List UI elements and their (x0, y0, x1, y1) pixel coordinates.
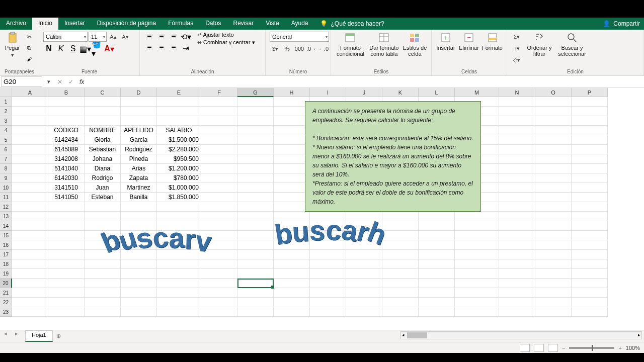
cell-A2[interactable] (12, 107, 48, 116)
cell-D13[interactable] (121, 212, 157, 221)
indent-icon[interactable]: ⇥ (180, 43, 191, 53)
cell-N19[interactable] (499, 269, 535, 279)
insert-button[interactable]: +Insertar (436, 32, 456, 51)
cell-A23[interactable] (12, 307, 48, 317)
cell-M21[interactable] (455, 288, 499, 298)
sheet-tab[interactable]: Hoja1 (25, 330, 53, 342)
cell-J23[interactable] (346, 307, 382, 317)
cell-E13[interactable] (157, 212, 201, 221)
cell-G1[interactable] (237, 97, 274, 107)
format-as-table-button[interactable]: Dar formato como tabla (369, 32, 399, 57)
cell-K20[interactable] (382, 279, 419, 288)
cell-B10[interactable]: 3141510 (48, 183, 85, 193)
cell-A13[interactable] (12, 212, 48, 221)
cell-G20[interactable] (237, 279, 274, 288)
cell-F22[interactable] (201, 298, 237, 307)
col-header-I[interactable]: I (310, 88, 346, 97)
ribbon-tab-datos[interactable]: Datos (199, 18, 227, 30)
cell-F7[interactable] (201, 154, 237, 164)
cell-B3[interactable] (48, 116, 85, 126)
ribbon-tab-fórmulas[interactable]: Fórmulas (162, 18, 199, 30)
namebox-dropdown-icon[interactable]: ▾ (43, 77, 54, 87)
row-header-13[interactable]: 13 (0, 212, 12, 221)
cell-N8[interactable] (499, 164, 535, 173)
cell-G6[interactable] (237, 145, 274, 154)
autosum-icon[interactable]: Σ▾ (511, 32, 522, 42)
cell-L18[interactable] (419, 259, 455, 269)
cell-G2[interactable] (237, 107, 274, 116)
cell-N14[interactable] (499, 221, 535, 231)
cell-E8[interactable]: $1.200.000 (157, 164, 201, 173)
cell-M14[interactable] (455, 221, 499, 231)
number-format-select[interactable]: General (270, 32, 329, 42)
cell-G12[interactable] (237, 202, 274, 212)
row-header-14[interactable]: 14 (0, 221, 12, 231)
increase-font-icon[interactable]: A▴ (108, 32, 119, 42)
cell-A5[interactable] (12, 135, 48, 145)
cell-M15[interactable] (455, 231, 499, 240)
cell-G5[interactable] (237, 135, 274, 145)
cell-E11[interactable]: $1.850.000 (157, 193, 201, 202)
cell-A4[interactable] (12, 126, 48, 135)
cell-L15[interactable] (419, 231, 455, 240)
wordart-buscarv[interactable]: buscarv (101, 221, 212, 254)
zoom-out-button[interactable]: − (562, 345, 565, 351)
cell-D4[interactable]: APELLIDO (121, 126, 157, 135)
cell-B6[interactable]: 6145089 (48, 145, 85, 154)
cell-L14[interactable] (419, 221, 455, 231)
cell-P18[interactable] (572, 259, 608, 269)
cell-N5[interactable] (499, 135, 535, 145)
cell-O10[interactable] (535, 183, 572, 193)
cell-A18[interactable] (12, 259, 48, 269)
cell-C6[interactable]: Sebastian (85, 145, 121, 154)
cell-G10[interactable] (237, 183, 274, 193)
cell-A17[interactable] (12, 250, 48, 259)
row-header-3[interactable]: 3 (0, 116, 12, 126)
cell-O11[interactable] (535, 193, 572, 202)
row-header-20[interactable]: 20 (0, 279, 12, 288)
cell-E21[interactable] (157, 288, 201, 298)
cell-M23[interactable] (455, 307, 499, 317)
cell-E22[interactable] (157, 298, 201, 307)
cell-B16[interactable] (48, 240, 85, 250)
cell-E3[interactable] (157, 116, 201, 126)
cell-M22[interactable] (455, 298, 499, 307)
underline-button[interactable]: S (67, 44, 78, 54)
normal-view-icon[interactable] (520, 344, 530, 352)
col-header-K[interactable]: K (382, 88, 419, 97)
cell-I22[interactable] (310, 298, 346, 307)
cell-J18[interactable] (346, 259, 382, 269)
percent-icon[interactable]: % (282, 44, 293, 54)
cell-F23[interactable] (201, 307, 237, 317)
cell-B7[interactable]: 3142008 (48, 154, 85, 164)
format-button[interactable]: Formato (482, 32, 503, 51)
instructions-callout[interactable]: A continuación se presenta la nómina de … (305, 101, 481, 212)
zoom-slider[interactable] (569, 347, 614, 349)
col-header-L[interactable]: L (419, 88, 455, 97)
cell-J22[interactable] (346, 298, 382, 307)
cell-D10[interactable]: Martinez (121, 183, 157, 193)
cell-B21[interactable] (48, 288, 85, 298)
cell-D5[interactable]: Garcia (121, 135, 157, 145)
cell-O5[interactable] (535, 135, 572, 145)
conditional-format-button[interactable]: Formato condicional (335, 32, 366, 57)
col-header-N[interactable]: N (499, 88, 535, 97)
cell-F3[interactable] (201, 116, 237, 126)
cell-B2[interactable] (48, 107, 85, 116)
cell-K15[interactable] (382, 231, 419, 240)
cell-P8[interactable] (572, 164, 608, 173)
cell-E19[interactable] (157, 269, 201, 279)
cell-B18[interactable] (48, 259, 85, 269)
col-header-H[interactable]: H (274, 88, 310, 97)
cell-B20[interactable] (48, 279, 85, 288)
cell-N2[interactable] (499, 107, 535, 116)
fill-color-icon[interactable]: 🪣▾ (92, 44, 103, 54)
row-header-18[interactable]: 18 (0, 259, 12, 269)
cell-H22[interactable] (274, 298, 310, 307)
format-painter-icon[interactable]: 🖌 (24, 54, 35, 64)
cell-N1[interactable] (499, 97, 535, 107)
font-size-select[interactable]: 11 (89, 32, 107, 42)
cell-P9[interactable] (572, 173, 608, 183)
cell-G3[interactable] (237, 116, 274, 126)
cell-C20[interactable] (85, 279, 121, 288)
